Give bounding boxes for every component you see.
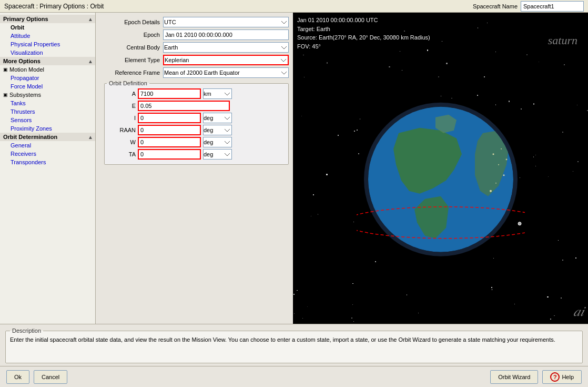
svg-point-7 (490, 190, 492, 192)
svg-point-5 (503, 174, 504, 176)
svg-point-3 (492, 153, 494, 155)
description-group: Description Enter the initial spacecraft… (5, 328, 583, 363)
sidebar-section-orbit-det[interactable]: Orbit Determination ▲ (0, 133, 95, 141)
more-options-arrow: ▲ (88, 58, 93, 64)
element-type-control: Keplerian (163, 55, 289, 65)
sidebar-item-tanks[interactable]: Tanks (0, 99, 95, 107)
epoch-details-control: UTC (163, 17, 289, 27)
epoch-details-label: Epoch Details (100, 19, 163, 25)
sidebar-item-force-model[interactable]: Force Model (0, 82, 95, 91)
orbit-row-i: I deg (107, 113, 286, 123)
epoch-row: Epoch (100, 29, 289, 40)
sidebar-section-more[interactable]: More Options ▲ (0, 57, 95, 65)
orbit-definition-group: Orbit Definition A km E I (104, 80, 289, 165)
subsystems-items: Tanks Thrusters Sensors Proximity Zones (0, 99, 95, 133)
sidebar-subsystems[interactable]: ▣ Subsystems (0, 91, 95, 99)
spacecraft-name-input[interactable] (521, 1, 584, 12)
view-panel: Jan 01 2010 00:00:00.000 UTC Target: Ear… (293, 13, 588, 324)
view-line4: FOV: 45° (297, 42, 430, 51)
sidebar-item-receivers[interactable]: Receivers (0, 150, 95, 158)
orbit-row-ta: TA deg (107, 149, 286, 160)
orbit-label-w: W (107, 139, 136, 145)
orbit-unit-w[interactable]: deg (203, 137, 232, 147)
motion-model-label: Motion Model (9, 66, 44, 73)
orbit-input-a[interactable] (138, 88, 201, 99)
sidebar-item-physical-properties[interactable]: Physical Properties (0, 40, 95, 48)
element-type-label: Element Type (100, 57, 163, 63)
motion-model-items: Propagator Force Model (0, 74, 95, 91)
sidebar-section-primary[interactable]: Primary Options ▲ (0, 15, 95, 23)
orbit-input-ta[interactable] (138, 149, 201, 160)
epoch-input[interactable] (163, 29, 289, 40)
sidebar-item-transponders[interactable]: Transponders (0, 158, 95, 166)
sidebar-item-sensors[interactable]: Sensors (0, 116, 95, 124)
orbit-det-items: General Receivers Transponders (0, 141, 95, 166)
sidebar-item-proximity-zones[interactable]: Proximity Zones (0, 124, 95, 133)
orbit-input-raan[interactable] (138, 125, 201, 135)
button-bar: Ok Cancel Orbit Wizard ? Help (0, 366, 588, 387)
subsystems-label: Subsystems (9, 92, 41, 98)
spacecraft-name-area: Spacecraft Name (473, 1, 584, 12)
orbit-det-arrow: ▲ (88, 134, 93, 140)
cancel-button[interactable]: Cancel (34, 370, 67, 384)
reference-frame-select[interactable]: Mean of J2000 Earth Equator (163, 67, 289, 78)
sidebar-item-propagator[interactable]: Propagator (0, 74, 95, 82)
orbit-row-a: A km (107, 88, 286, 99)
central-body-select[interactable]: Earth (163, 42, 289, 53)
title-bar: Spacecraft : Primary Options : Orbit Spa… (0, 0, 588, 13)
svg-point-4 (498, 164, 499, 165)
orbit-row-raan: RAAN deg (107, 125, 286, 135)
sidebar-item-attitude[interactable]: Attitude (0, 32, 95, 40)
sidebar-item-orbit[interactable]: Orbit (0, 23, 95, 32)
help-label: Help (562, 374, 574, 380)
view-line1: Jan 01 2010 00:00:00.000 UTC (297, 16, 430, 25)
orbit-label-i: I (107, 115, 136, 121)
central-body-row: Central Body Earth (100, 42, 289, 53)
svg-point-6 (495, 182, 496, 183)
orbit-label-a: A (107, 91, 136, 97)
svg-point-9 (505, 158, 507, 160)
sidebar-item-thrusters[interactable]: Thrusters (0, 107, 95, 116)
orbit-row-w: W deg (107, 137, 286, 147)
earth-visualization (357, 101, 525, 261)
orbit-input-e[interactable] (138, 101, 230, 111)
sidebar-motion-model[interactable]: ▣ Motion Model (0, 65, 95, 74)
primary-options-label: Primary Options (3, 16, 48, 22)
more-options-label: More Options (3, 58, 40, 64)
content-area: Epoch Details UTC Epoch Central Body (96, 13, 588, 324)
orbit-unit-a[interactable]: km (203, 88, 232, 99)
orbit-unit-raan[interactable]: deg (203, 125, 232, 135)
help-button[interactable]: ? Help (542, 370, 582, 384)
primary-options-items: Orbit Attitude Physical Properties Visua… (0, 23, 95, 57)
help-icon: ? (550, 372, 560, 382)
epoch-details-row: Epoch Details UTC (100, 17, 289, 27)
element-type-select[interactable]: Keplerian (163, 55, 289, 65)
epoch-label: Epoch (100, 32, 163, 38)
orbit-wizard-button[interactable]: Orbit Wizard (490, 370, 538, 384)
reference-frame-row: Reference Frame Mean of J2000 Earth Equa… (100, 67, 289, 78)
button-bar-left: Ok Cancel (6, 370, 67, 384)
orbit-unit-ta[interactable]: deg (203, 149, 232, 160)
button-bar-right: Orbit Wizard ? Help (490, 370, 582, 384)
description-legend: Description (10, 328, 43, 334)
spacecraft-name-label: Spacecraft Name (473, 3, 518, 9)
orbit-label-raan: RAAN (107, 127, 136, 133)
view-line3: Source: Earth(270° RA, 20° Dec, 30000 km… (297, 33, 430, 42)
sidebar-item-general[interactable]: General (0, 141, 95, 150)
reference-frame-label: Reference Frame (100, 70, 163, 76)
sidebar: Primary Options ▲ Orbit Attitude Physica… (0, 13, 96, 324)
main-layout: Primary Options ▲ Orbit Attitude Physica… (0, 13, 588, 324)
saturn-label: saturn (548, 34, 577, 47)
orbit-input-i[interactable] (138, 113, 201, 123)
subsystems-expand: ▣ (3, 92, 8, 97)
orbit-unit-i[interactable]: deg (203, 113, 232, 123)
view-overlay: Jan 01 2010 00:00:00.000 UTC Target: Ear… (297, 16, 430, 51)
sidebar-item-visualization[interactable]: Visualization (0, 48, 95, 57)
orbit-label-ta: TA (107, 151, 136, 157)
orbit-input-w[interactable] (138, 137, 201, 147)
description-area: Description Enter the initial spacecraft… (0, 324, 588, 366)
primary-options-arrow: ▲ (88, 16, 93, 22)
svg-point-8 (501, 148, 502, 149)
ok-button[interactable]: Ok (6, 370, 29, 384)
epoch-details-select[interactable]: UTC (163, 17, 289, 27)
